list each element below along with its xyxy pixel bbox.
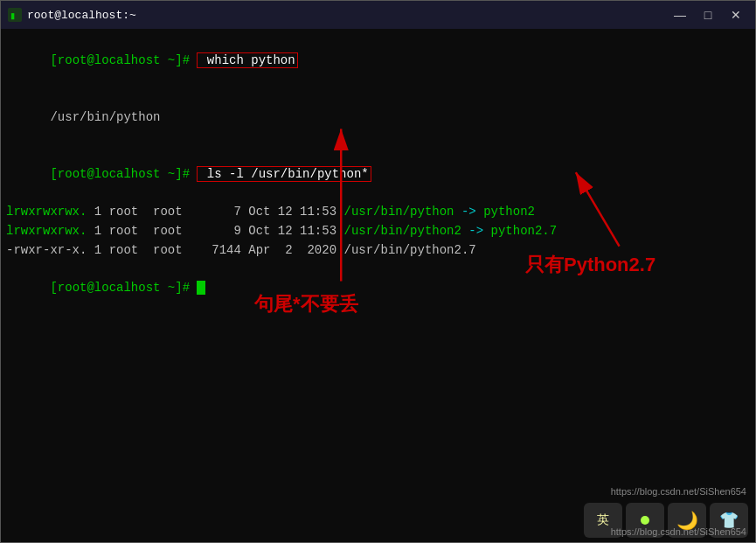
title-bar-left: ▮ root@localhost:~ xyxy=(8,8,136,22)
minimize-button[interactable]: — xyxy=(668,5,692,24)
terminal-line-1: [root@localhost ~]# which python xyxy=(6,32,750,89)
space-1 xyxy=(476,205,483,219)
arrow-sym-1: -> xyxy=(461,205,476,219)
csdn-watermark: https://blog.csdn.net/SiShen654 xyxy=(611,526,746,537)
perms-3: -rwxr-xr-x. xyxy=(6,243,87,257)
terminal-line-4: lrwxrwxrwx. 1 root root 7 Oct 12 11:53 /… xyxy=(6,203,750,222)
perms-2: lrwxrwxrwx. xyxy=(6,224,87,238)
prompt-3: [root@localhost ~]# xyxy=(50,281,197,295)
terminal-body[interactable]: [root@localhost ~]# which python /usr/bi… xyxy=(1,29,755,542)
output-path-1: /usr/bin/python xyxy=(50,110,160,124)
arrow-sym-2: -> xyxy=(468,224,483,238)
path-1: /usr/bin/python xyxy=(343,205,454,219)
window-title: root@localhost:~ xyxy=(27,9,136,22)
terminal-line-2: /usr/bin/python xyxy=(6,89,750,146)
prompt-1: [root@localhost ~]# xyxy=(50,53,197,67)
perms-1: lrwxrwxrwx. xyxy=(6,205,87,219)
cursor xyxy=(197,281,205,295)
svg-text:▮: ▮ xyxy=(10,10,16,22)
target-1: python2 xyxy=(483,205,535,219)
path-3: /usr/bin/python2.7 xyxy=(343,243,475,257)
ls-info-1: 1 root root 7 Oct 12 11:53 xyxy=(87,205,343,219)
ls-info-3: 1 root root 7144 Apr 2 2020 xyxy=(87,243,343,257)
close-button[interactable]: ✕ xyxy=(724,5,748,24)
csdn-link: https://blog.csdn.net/SiShen654 xyxy=(611,486,746,497)
terminal-line-7: [root@localhost ~]# xyxy=(6,260,750,317)
ls-info-2: 1 root root 9 Oct 12 11:53 xyxy=(87,224,343,238)
space-3 xyxy=(483,224,490,238)
title-bar: ▮ root@localhost:~ — □ ✕ xyxy=(1,1,755,29)
terminal-window: ▮ root@localhost:~ — □ ✕ [root@localhost… xyxy=(0,0,756,543)
target-2: python2.7 xyxy=(491,224,558,238)
prompt-2: [root@localhost ~]# xyxy=(50,167,197,181)
maximize-button[interactable]: □ xyxy=(696,5,720,24)
terminal-line-6: -rwxr-xr-x. 1 root root 7144 Apr 2 2020 … xyxy=(6,241,750,261)
input-method-label: 英 xyxy=(597,512,609,528)
terminal-line-3: [root@localhost ~]# ls -l /usr/bin/pytho… xyxy=(6,146,750,203)
dot-icon xyxy=(641,516,649,525)
title-bar-controls: — □ ✕ xyxy=(668,5,748,24)
command-highlight-2: ls -l /usr/bin/python* xyxy=(197,166,371,182)
path-2: /usr/bin/python2 xyxy=(343,224,461,238)
terminal-icon: ▮ xyxy=(8,8,22,22)
terminal-line-5: lrwxrwxrwx. 1 root root 9 Oct 12 11:53 /… xyxy=(6,222,750,241)
arrow-1 xyxy=(454,205,461,219)
command-highlight-1: which python xyxy=(197,52,297,68)
